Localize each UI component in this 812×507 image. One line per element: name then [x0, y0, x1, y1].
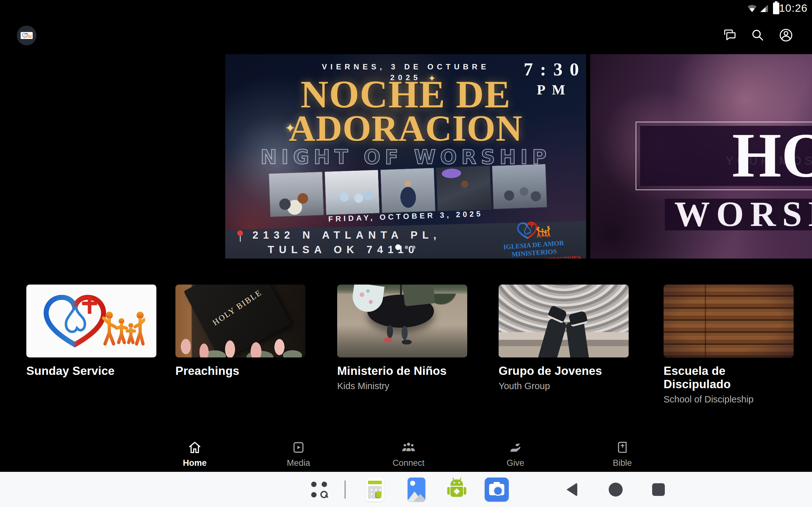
card-title: Preachings: [175, 364, 305, 378]
home-button[interactable]: [608, 482, 623, 497]
arena-ledge: [499, 332, 629, 357]
carousel-slide-noche-de-adoracion[interactable]: VIERNES, 3 DE OCTUBRE 2025 7 : 3 0 P M N…: [225, 54, 586, 259]
card-image-youth-sneakers: [499, 285, 629, 357]
app-logo-button[interactable]: [17, 26, 37, 45]
photo-worship-dancers: [325, 170, 380, 215]
card-image-holy-bible: HOLY BIBLE: [175, 285, 305, 357]
slide2-title-box: HOLY: [640, 126, 812, 186]
nav-item-home[interactable]: Home: [160, 439, 230, 468]
bottom-navigation: Home Media Connect Give: [0, 434, 812, 472]
card-subtitle: Youth Group: [499, 381, 629, 391]
nav-label: Connect: [374, 458, 444, 468]
battery-icon: [773, 1, 780, 16]
android-taskbar: [0, 472, 812, 507]
map-pin-icon: [237, 230, 243, 243]
back-button[interactable]: [565, 482, 579, 497]
bible-cover-text: HOLY BIBLE: [211, 288, 264, 328]
church-logo-icon: [514, 219, 551, 241]
nav-label: Media: [264, 458, 334, 468]
nav-label: Home: [160, 458, 230, 468]
slide2-title-line1: HOLY: [732, 128, 812, 182]
event-address-line1: 2132 N ATLANTA PL,: [252, 229, 441, 241]
carousel-dot-1-active[interactable]: [395, 244, 401, 250]
recents-button[interactable]: [651, 482, 666, 497]
connect-icon: [374, 439, 444, 456]
card-title: Grupo de Jovenes: [499, 364, 629, 378]
gallery-app-icon[interactable]: [408, 477, 425, 502]
carousel-slide-gap: [586, 54, 590, 259]
nav-label: Bible: [588, 458, 657, 468]
slide2-title-line2: WORSHIP: [674, 198, 812, 230]
sneaker: [568, 311, 588, 327]
card-grupo-de-jovenes[interactable]: Grupo de Jovenes Youth Group: [499, 285, 629, 391]
card-title: Escuela de Discipulado: [664, 364, 794, 391]
nav-label: Give: [480, 458, 550, 468]
nav-item-give[interactable]: Give: [480, 439, 550, 468]
slide2-subtitle-box: WORSHIP: [665, 199, 812, 230]
org-logo-block: IGLESIA DE AMOR MINISTERIOS CHURCH OF LO…: [481, 217, 586, 259]
bible-icon: [588, 439, 657, 456]
camera-app-icon[interactable]: [485, 477, 509, 502]
magnifier-glyph: [320, 491, 328, 498]
photo-congregation: [269, 172, 324, 217]
carousel-dot-3[interactable]: [412, 245, 415, 249]
calendar-app-icon[interactable]: [366, 477, 384, 502]
kid-legs: [382, 323, 416, 345]
give-icon: [480, 439, 550, 456]
carousel-dot-2[interactable]: [405, 245, 408, 249]
home-icon: [160, 439, 230, 456]
card-ministerio-de-ninos[interactable]: Ministerio de Niños Kids Ministry: [337, 285, 467, 391]
card-title: Sunday Service: [26, 364, 156, 378]
card-sunday-service[interactable]: Sunday Service: [26, 285, 156, 378]
tulips-decoration: [175, 330, 305, 357]
church-logo-icon: [20, 32, 33, 39]
search-icon[interactable]: [751, 28, 765, 43]
card-image-church-logo: [26, 285, 156, 357]
photo-audience: [492, 164, 547, 209]
event-title-line2: ADORACION: [225, 110, 586, 147]
card-title: Ministerio de Niños: [337, 364, 467, 378]
nav-item-media[interactable]: Media: [264, 439, 334, 468]
nav-item-bible[interactable]: Bible: [588, 439, 657, 468]
carousel-slide-holy-worship[interactable]: YOUR MOST HOLY WORSHIP: [590, 54, 812, 259]
media-icon: [264, 439, 334, 456]
card-subtitle: Kids Ministry: [337, 381, 467, 391]
nav-item-connect[interactable]: Connect: [374, 439, 444, 468]
kid-shorts: [403, 285, 435, 306]
account-icon[interactable]: [779, 28, 793, 43]
hero-carousel: VIERNES, 3 DE OCTUBRE 2025 7 : 3 0 P M N…: [0, 54, 812, 259]
status-time: 10:26: [779, 2, 808, 14]
card-image-wood-planks: [664, 285, 794, 357]
card-subtitle: School of Discipleship: [664, 394, 794, 405]
photo-guitar-player: [437, 166, 491, 211]
card-image-kids-tire-swing: [337, 285, 467, 357]
sparkle-decoration: ✦: [428, 73, 436, 83]
photo-preacher: [380, 168, 436, 213]
carousel-dots: [395, 244, 415, 250]
android-sdk-app-icon[interactable]: [448, 477, 466, 502]
wifi-icon: [747, 2, 757, 16]
card-preachings[interactable]: HOLY BIBLE Preachings: [175, 285, 305, 378]
taskbar-divider: [345, 481, 346, 499]
card-escuela-de-discipulado[interactable]: Escuela de Discipulado School of Discipl…: [664, 285, 794, 405]
status-bar: 10:26: [0, 0, 812, 16]
app-search-button[interactable]: [310, 481, 328, 499]
sparkle-decoration: ✦: [285, 121, 296, 135]
cell-signal-icon: [759, 2, 769, 16]
chat-icon[interactable]: [722, 28, 737, 43]
